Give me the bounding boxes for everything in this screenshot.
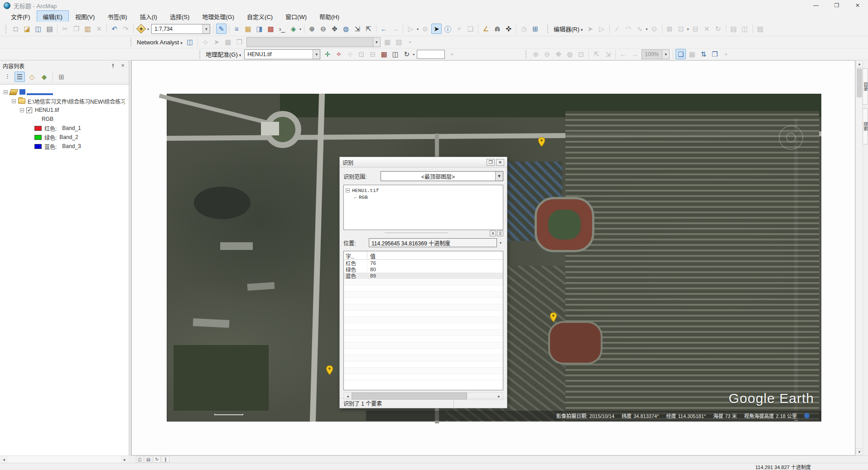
scroll-up-arrow[interactable]: ▲: [856, 60, 863, 67]
rotate-tool[interactable]: ↻: [713, 24, 723, 34]
collapse-icon[interactable]: [4, 90, 8, 94]
chevron-down-icon[interactable]: ▾: [313, 50, 320, 59]
update-display-button[interactable]: ◫: [390, 49, 400, 59]
identify-results-tree[interactable]: HENU1.tif ⌐ RGB: [343, 185, 503, 230]
image-analysis-window-button[interactable]: ❏: [675, 49, 686, 59]
time-slider-button[interactable]: ◷: [519, 24, 529, 34]
measure-button[interactable]: ∠: [481, 24, 491, 34]
toolbar-grip[interactable]: [130, 38, 133, 46]
search-tab[interactable]: 搜索: [863, 108, 868, 144]
directions-window-button[interactable]: ❐: [234, 37, 245, 48]
data-view-button[interactable]: ◫: [136, 456, 144, 463]
view-link-table-button[interactable]: ▦: [379, 49, 389, 59]
html-popup-button[interactable]: ❏: [465, 24, 476, 34]
menu-item-文件F[interactable]: 文件(F): [5, 10, 37, 23]
layer-visibility-checkbox[interactable]: [26, 107, 32, 113]
scroll-down-arrow[interactable]: ▼: [856, 448, 863, 456]
dialog-close-button[interactable]: ✕: [496, 159, 504, 166]
image-overflow-button[interactable]: ▾: [721, 49, 731, 59]
scrollbar-thumb[interactable]: [857, 68, 862, 97]
network-matrix-button[interactable]: ▦: [382, 37, 393, 48]
identify-tree-root[interactable]: HENU1.tif: [352, 188, 379, 193]
cut-polygons-button[interactable]: ⊟: [690, 24, 701, 34]
select-elements-button[interactable]: ➤: [431, 24, 442, 34]
toolbar-grip[interactable]: [526, 50, 528, 58]
toc-dataframe-row[interactable]: [0, 87, 129, 96]
chevron-down-icon[interactable]: ▾: [373, 38, 380, 47]
catalog-window-button[interactable]: ◨: [254, 24, 265, 34]
list-by-drawing-order-button[interactable]: ☰: [14, 72, 25, 82]
layer-swap-button[interactable]: ⇅: [698, 49, 709, 59]
pin-icon[interactable]: [110, 62, 116, 69]
menu-item-窗口W[interactable]: 窗口(W): [279, 10, 313, 23]
raster-full-extent-button[interactable]: ◍: [564, 49, 575, 59]
chevron-down-icon[interactable]: ▼: [495, 172, 503, 181]
menu-item-视图V[interactable]: 视图(V): [69, 10, 101, 23]
solve-button[interactable]: ▧: [394, 37, 404, 48]
identify-table-row[interactable]: 红色76: [344, 260, 503, 266]
zoom-to-feature-button[interactable]: ▯: [497, 230, 503, 236]
add-control-points-tool[interactable]: ✛: [322, 49, 333, 59]
menu-item-编辑E[interactable]: 编辑(E): [37, 10, 69, 23]
maximize-button[interactable]: ❐: [826, 0, 847, 11]
identify-location-value[interactable]: 114.295645 34.816369 十进制度: [369, 238, 497, 247]
export-raster-button[interactable]: ❐: [709, 49, 720, 59]
go-forward-extent-button[interactable]: →: [390, 24, 400, 34]
go-to-xy-button[interactable]: ✜: [503, 24, 514, 34]
next-image-button[interactable]: →: [629, 49, 640, 59]
identify-button[interactable]: ⓘ: [443, 24, 453, 34]
toolbar-grip[interactable]: [199, 50, 202, 58]
select-features-button[interactable]: ▷▾: [405, 24, 416, 34]
catalog-button[interactable]: ▦: [243, 24, 253, 34]
fixed-zoom-out-button[interactable]: ⇱: [363, 24, 374, 34]
chevron-down-icon[interactable]: ▾: [147, 27, 149, 31]
toolbar-grip[interactable]: [547, 25, 550, 33]
scroll-right-arrow[interactable]: ▸: [121, 456, 129, 463]
delete-link-tool[interactable]: ⊟: [367, 49, 378, 59]
menu-item-帮助H[interactable]: 帮助(H): [313, 10, 346, 23]
georef-rotation-input[interactable]: [417, 50, 445, 59]
network-analyst-menu-button[interactable]: Network Analyst▾: [137, 39, 183, 46]
network-overflow-button[interactable]: ▾: [405, 37, 415, 48]
identify-dialog-titlebar[interactable]: 识别 ❐✕: [340, 157, 507, 168]
trace-tool[interactable]: ∿▾: [635, 24, 645, 34]
chevron-down-icon[interactable]: ▾: [687, 27, 689, 31]
zoom-out-button[interactable]: ⊖: [318, 24, 328, 34]
editor-menu-button[interactable]: 编辑器(R)▾: [554, 24, 583, 33]
open-folder-button[interactable]: ◪: [22, 24, 32, 34]
minimize-button[interactable]: —: [805, 0, 826, 11]
select-link-tool[interactable]: ⊹: [345, 49, 355, 59]
identify-attribute-table[interactable]: 字.. 值 红色76绿色80蓝色89: [343, 251, 503, 390]
location-units-dropdown[interactable]: ▾: [498, 238, 503, 247]
pause-drawing-button[interactable]: ∥: [162, 456, 169, 463]
edit-vertices-button[interactable]: ⊠: [665, 24, 675, 34]
chevron-down-icon[interactable]: ▾: [662, 50, 669, 59]
python-window-button[interactable]: ›_: [277, 24, 287, 34]
redo-button[interactable]: ↷: [121, 24, 131, 34]
field-column-header[interactable]: 字..: [344, 251, 367, 259]
identify-tree-child[interactable]: RGB: [359, 195, 368, 200]
splitter-handle[interactable]: [343, 233, 489, 234]
catalog-tab[interactable]: 目录: [863, 68, 868, 105]
identify-scope-combo[interactable]: <最顶部图层> ▼: [381, 171, 503, 181]
menu-item-自定义C[interactable]: 自定义(C): [241, 10, 279, 23]
raster-grid-button[interactable]: ▦: [687, 49, 697, 59]
identify-table-row[interactable]: 绿色80: [344, 266, 503, 273]
raster-1-1-button[interactable]: ⊡: [576, 49, 586, 59]
toolbar-grip[interactable]: [5, 25, 8, 33]
collapse-icon[interactable]: [20, 108, 24, 112]
sketch-properties-button[interactable]: ◫: [740, 24, 750, 34]
list-by-source-button[interactable]: ◇: [27, 72, 37, 82]
new-document-button[interactable]: □: [10, 24, 21, 34]
zoom-to-link-tool[interactable]: ⊡: [356, 49, 366, 59]
cut-button[interactable]: ✂: [60, 24, 70, 34]
add-data-button[interactable]: +▾: [136, 24, 146, 34]
find-button[interactable]: ⋒: [492, 24, 502, 34]
map-pushpin[interactable]: [550, 312, 557, 322]
flicker-layer-button[interactable]: ⇲: [603, 49, 613, 59]
georef-layer-combo[interactable]: HENU1.tif▾: [244, 49, 320, 59]
map-vertical-scrollbar[interactable]: ▲ ▼: [855, 60, 863, 456]
arc-segment-tool[interactable]: ◠: [623, 24, 634, 34]
arctoolbox-button[interactable]: ▩: [265, 24, 276, 34]
raster-zoom-out-button[interactable]: ⊖: [542, 49, 552, 59]
